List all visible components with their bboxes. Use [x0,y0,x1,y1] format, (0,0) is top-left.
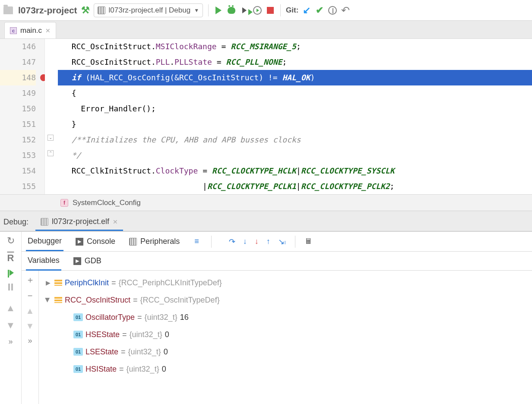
add-watch-button[interactable]: ＋ [26,274,35,286]
variable-value: 16 [180,313,189,322]
bug-icon [228,7,235,14]
debug-tool-window: Debug: l073rz-project.elf ✕ ↻ R ▲ ▼ » De… [0,211,532,404]
git-history-button[interactable] [328,6,337,15]
variable-name: HSEState [86,330,120,339]
run-with-coverage-button[interactable] [240,6,249,15]
struct-icon [54,280,62,286]
code-line[interactable]: Error_Handler(); [58,101,532,117]
project-folder-icon [3,6,13,14]
debug-tabs-primary: Debugger ▶Console Peripherals ≡ ↷ ↓ ↓ ↑ … [22,232,532,252]
variable-row[interactable]: ▶ PeriphClkInit = {RCC_PeriphCLKInitType… [42,274,532,291]
code-line[interactable]: RCC_OscInitStruct.MSIClockRange = RCC_MS… [58,39,532,54]
move-down-button[interactable]: ▼ [26,321,35,331]
scroll-down-button[interactable]: ▼ [6,320,16,331]
git-update-button[interactable]: ↙ [302,6,311,15]
line-number[interactable]: 155 [0,179,36,194]
line-number-breakpoint[interactable]: 148 [0,70,36,85]
code-line[interactable]: } [58,117,532,132]
code-line-current[interactable]: if (HAL_RCC_OscConfig(&RCC_OscInitStruct… [58,70,532,85]
code-line[interactable]: { [58,85,532,101]
resume-button[interactable] [8,270,14,278]
force-step-into-button[interactable]: ↓ [255,237,259,246]
console-icon: ▶ [73,257,81,265]
tab-debugger[interactable]: Debugger [26,232,63,251]
int-icon: 01 [73,365,83,373]
int-icon: 01 [73,313,83,321]
line-number[interactable]: 151 [0,117,36,132]
pause-button[interactable] [8,284,13,290]
code-line[interactable]: RCC_OscInitStruct.PLL.PLLState = RCC_PLL… [58,54,532,70]
variable-type: {uint32_t} [127,365,159,374]
expand-toggle-icon[interactable]: ▶ [44,296,51,304]
close-icon[interactable]: ✕ [45,27,51,34]
debug-button[interactable] [227,6,236,15]
fold-marker-icon[interactable]: ⌄ [48,135,54,141]
fold-column: ⌄ ⌃ [45,39,58,194]
code-line[interactable]: RCC_ClkInitStruct.ClockType = RCC_CLOCKT… [58,163,532,179]
line-number[interactable]: 146 [0,39,36,54]
more-button[interactable]: » [8,337,13,346]
profile-button[interactable] [253,6,262,15]
evaluate-button[interactable]: 🖩 [305,237,313,246]
debug-body: ↻ R ▲ ▼ » Debugger ▶Console Peripherals … [0,232,532,404]
tab-console[interactable]: ▶Console [74,233,117,250]
editor-tab-main-c[interactable]: c main.c ✕ [4,22,56,38]
variable-row[interactable]: 01 OscillatorType = {uint32_t} 16 [42,309,532,326]
run-config-label: l073rz-project.elf | Debug [109,6,191,15]
line-number-gutter: 146 147 148 149 150 151 152 153 154 155 [0,39,45,194]
c-file-icon: c [10,27,17,34]
breadcrumb[interactable]: f SystemClock_Config [0,194,532,211]
variable-row[interactable]: ▶ RCC_OscInitStruct = {RCC_OscInitTypeDe… [42,291,532,309]
remove-watch-button[interactable]: − [28,291,33,301]
code-line[interactable]: */ [58,148,532,163]
variable-row[interactable]: 01 HSIState = {uint32_t} 0 [42,360,532,378]
forward-bug-icon [242,7,247,13]
line-number[interactable]: 150 [0,101,36,117]
line-number[interactable]: 149 [0,85,36,101]
variable-value: 0 [165,330,169,339]
run-to-cursor-button[interactable]: ↘I [278,237,286,246]
move-up-button[interactable]: ▲ [26,306,35,316]
build-hammer-icon[interactable]: ⚒ [81,6,90,15]
variable-type: {uint32_t} [128,347,161,357]
debug-session-tab[interactable]: l073rz-project.elf ✕ [35,214,123,231]
rerun-button[interactable]: ↻ [7,235,15,246]
run-config-selector[interactable]: l073rz-project.elf | Debug ▼ [94,3,203,17]
code-line[interactable]: /**Initializes the CPU, AHB and APB buss… [58,132,532,148]
tab-gdb[interactable]: ▶GDB [72,252,103,270]
fold-marker-icon[interactable]: ⌃ [48,150,54,156]
tab-peripherals[interactable]: Peripherals [127,233,181,250]
reset-button[interactable]: R [7,252,14,264]
stop-icon [267,7,274,14]
stop-button[interactable] [266,6,275,15]
code-body[interactable]: RCC_OscInitStruct.MSIClockRange = RCC_MS… [58,39,532,194]
code-line[interactable]: |RCC_CLOCKTYPE_PCLK1|RCC_CLOCKTYPE_PCLK2… [58,179,532,194]
git-revert-button[interactable]: ↶ [341,6,350,15]
breadcrumb-function: SystemClock_Config [73,199,141,207]
line-number[interactable]: 147 [0,54,36,70]
line-number[interactable]: 153 [0,148,36,163]
code-editor[interactable]: 146 147 148 149 150 151 152 153 154 155 … [0,39,532,194]
more-button[interactable]: » [28,336,32,345]
git-commit-button[interactable]: ✔ [315,6,324,15]
run-button[interactable] [214,6,223,15]
chip-icon [129,238,137,246]
frames-icon[interactable]: ≡ [194,237,199,246]
scroll-up-button[interactable]: ▲ [6,303,16,314]
line-number[interactable]: 152 [0,132,36,148]
variables-tree[interactable]: ▶ PeriphClkInit = {RCC_PeriphCLKInitType… [39,271,532,404]
variable-row[interactable]: 01 LSEState = {uint32_t} 0 [42,343,532,360]
line-number[interactable]: 154 [0,163,36,179]
toolbar-separator [280,4,281,16]
step-into-button[interactable]: ↓ [243,237,247,246]
step-out-button[interactable]: ↑ [266,237,270,246]
expand-toggle-icon[interactable]: ▶ [44,279,52,286]
variables-view: ＋ − ▲ ▼ » ▶ PeriphClkInit = {RCC_PeriphC… [22,271,532,404]
tab-variables[interactable]: Variables [26,252,61,271]
close-icon[interactable]: ✕ [113,218,118,225]
variable-row[interactable]: 01 HSEState = {uint32_t} 0 [42,326,532,343]
variable-name: PeriphClkInit [65,278,109,287]
step-over-button[interactable]: ↷ [229,237,235,246]
main-toolbar: l073rz-project ⚒ l073rz-project.elf | De… [0,0,532,21]
step-controls: ↷ ↓ ↓ ↑ ↘I 🖩 [229,236,313,248]
